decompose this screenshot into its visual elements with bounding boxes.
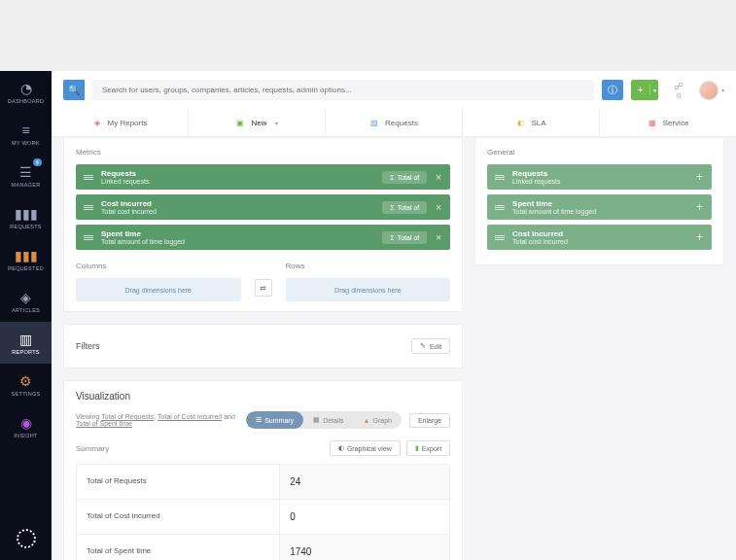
- metric-title: Requests: [512, 169, 693, 178]
- sidebar-item-settings[interactable]: ⚙ SETTINGS: [0, 364, 52, 405]
- search-button[interactable]: 🔍: [63, 80, 85, 100]
- notifications[interactable]: ☍ 0: [666, 80, 691, 100]
- plus-icon[interactable]: +: [693, 230, 706, 244]
- viewing-link[interactable]: Total of Cost incurred: [158, 413, 222, 420]
- drag-handle-icon[interactable]: [82, 235, 95, 240]
- badge: 6: [33, 158, 42, 166]
- search-input[interactable]: [92, 80, 594, 100]
- drag-handle-icon[interactable]: [493, 235, 507, 240]
- general-spent[interactable]: Spent time Total amount of time logged +: [487, 194, 712, 220]
- user-menu[interactable]: ▾: [699, 80, 724, 100]
- sidebar-item-insight[interactable]: ◉ INSIGHT: [0, 405, 52, 447]
- general-panel: General Requests Linked requests + Spent…: [474, 137, 724, 265]
- view-label: Summary: [264, 417, 294, 424]
- sidebar-label: SETTINGS: [12, 391, 41, 397]
- drag-handle-icon[interactable]: [493, 175, 507, 180]
- sidebar: ◔ DASHBOARD ≡ MY WORK 6 ☰ MANAGER ▮▮▮ RE…: [0, 71, 52, 560]
- metric-total-button[interactable]: ΣTotal of: [382, 171, 427, 184]
- metric-spent[interactable]: Spent time Total amount of time logged Σ…: [76, 225, 450, 250]
- metric-total-button[interactable]: ΣTotal of: [382, 201, 427, 214]
- visualization-title: Visualization: [76, 391, 450, 402]
- add-button[interactable]: + ▾: [631, 80, 658, 100]
- plus-icon: +: [631, 85, 650, 95]
- metric-total-button[interactable]: ΣTotal of: [382, 231, 427, 244]
- tab-my-reports[interactable]: ◈ My Reports: [52, 109, 188, 136]
- tab-new[interactable]: ▣ New ▾: [188, 109, 325, 136]
- tab-service[interactable]: ▦ Service: [599, 109, 736, 136]
- chart-icon: ◐: [338, 444, 344, 452]
- close-icon[interactable]: ×: [433, 172, 444, 183]
- chart-icon: ▥: [19, 332, 32, 347]
- viewing-link[interactable]: Total of Requests: [101, 413, 154, 420]
- row-value: 0: [279, 500, 449, 534]
- table-row: Total of Requests 24: [77, 465, 449, 500]
- view-graph[interactable]: ▲Graph: [354, 411, 402, 429]
- manager-icon: ☰: [19, 164, 32, 180]
- filters-title: Filters: [76, 341, 100, 351]
- viewing-text: Viewing Total of Requests, Total of Cost…: [76, 413, 246, 427]
- row-value: 1740: [279, 535, 449, 560]
- metric-title: Cost incurred: [101, 199, 382, 208]
- export-button[interactable]: ▮Export: [406, 440, 450, 456]
- drag-handle-icon[interactable]: [82, 175, 95, 180]
- sidebar-label: REPORTS: [12, 349, 40, 355]
- metric-sub: Total cost incurred: [512, 238, 693, 245]
- view-label: Details: [323, 417, 343, 424]
- right-column: General Requests Linked requests + Spent…: [474, 137, 724, 548]
- dimensions-row: Columns Drag dimensions here ⇄ Rows Drag…: [76, 262, 450, 301]
- drag-handle-icon[interactable]: [493, 205, 507, 210]
- close-icon[interactable]: ×: [433, 232, 444, 243]
- columns-dropzone[interactable]: Drag dimensions here: [76, 278, 241, 301]
- tab-label: Requests: [385, 119, 418, 127]
- graphical-view-button[interactable]: ◐Graphical view: [330, 440, 401, 456]
- pencil-icon: ✎: [420, 342, 426, 350]
- sidebar-item-reports[interactable]: ▥ REPORTS: [0, 322, 52, 364]
- insight-icon: ◉: [20, 415, 32, 431]
- sidebar-item-dashboard[interactable]: ◔ DASHBOARD: [0, 71, 52, 113]
- general-cost[interactable]: Cost incurred Total cost incurred +: [487, 225, 712, 250]
- metric-sub: Linked requests: [101, 178, 382, 185]
- sidebar-item-manager[interactable]: 6 ☰ MANAGER: [0, 155, 52, 196]
- view-summary[interactable]: ☰Summary: [246, 411, 303, 429]
- general-requests[interactable]: Requests Linked requests +: [487, 164, 712, 190]
- metric-sub: Total cost incurred: [101, 208, 382, 215]
- sidebar-item-mywork[interactable]: ≡ MY WORK: [0, 113, 52, 155]
- sidebar-item-requests[interactable]: ▮▮▮ REQUESTS: [0, 196, 52, 238]
- help-button[interactable]: ⓘ: [602, 80, 623, 100]
- total-label: Total of: [398, 174, 420, 181]
- sidebar-item-articles[interactable]: ◈ ARTICLES: [0, 280, 52, 322]
- btn-label: Graphical view: [347, 445, 392, 452]
- enlarge-button[interactable]: Enlarge: [409, 413, 450, 428]
- link-icon: ☍: [674, 81, 683, 91]
- metric-title: Cost incurred: [512, 229, 693, 238]
- plus-icon[interactable]: +: [693, 170, 706, 184]
- gauge-icon: ◔: [20, 81, 32, 96]
- close-icon[interactable]: ×: [433, 202, 444, 213]
- view-details[interactable]: ▦Details: [303, 411, 353, 429]
- rows-dropzone[interactable]: Drag dimensions here: [286, 278, 451, 301]
- drag-handle-icon[interactable]: [82, 205, 95, 210]
- graph-icon: ▲: [364, 417, 370, 424]
- tab-requests[interactable]: ▧ Requests: [325, 109, 462, 136]
- details-icon: ▦: [313, 416, 320, 424]
- tab-label: SLA: [531, 119, 545, 127]
- chevron-down-icon: ▾: [275, 120, 278, 126]
- chevron-down-icon: ▾: [650, 87, 658, 93]
- viewing-link[interactable]: Total of Spent time: [76, 420, 132, 427]
- metric-cost[interactable]: Cost incurred Total cost incurred ΣTotal…: [76, 194, 450, 220]
- requested-icon: ▮▮▮: [15, 248, 38, 263]
- sidebar-label: REQUESTS: [10, 224, 42, 229]
- sidebar-label: MY WORK: [12, 140, 40, 146]
- metric-requests[interactable]: Requests Linked requests ΣTotal of ×: [76, 164, 450, 190]
- tab-sla[interactable]: ◐ SLA: [462, 109, 599, 136]
- new-icon: ▣: [235, 118, 245, 127]
- visualization-panel: Visualization Viewing Total of Requests,…: [63, 380, 463, 560]
- avatar: [699, 81, 718, 100]
- edit-filters-button[interactable]: ✎Edit: [411, 338, 450, 354]
- swap-button[interactable]: ⇄: [255, 279, 272, 297]
- metrics-title: Metrics: [76, 148, 450, 157]
- sidebar-item-requested[interactable]: ▮▮▮ REQUESTED: [0, 238, 52, 280]
- list-icon: ≡: [21, 122, 29, 138]
- plus-icon[interactable]: +: [693, 200, 706, 214]
- sidebar-label: ARTICLES: [12, 307, 40, 313]
